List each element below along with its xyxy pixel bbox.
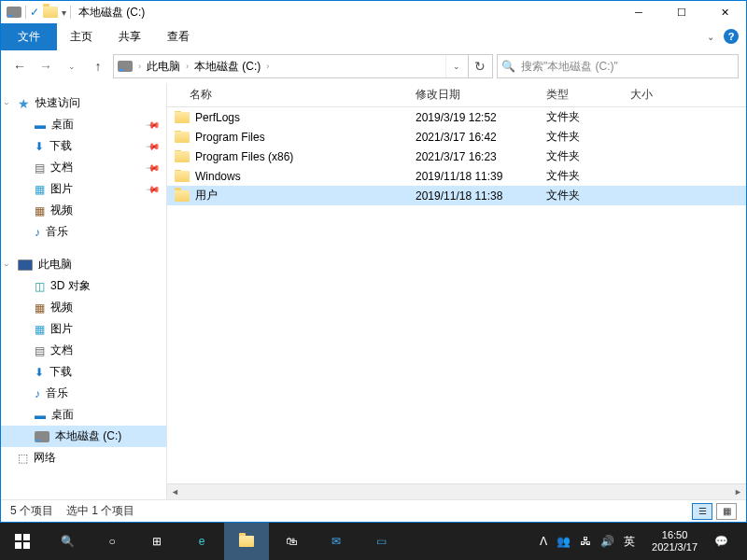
nav-this-pc-group: ›此电脑 ◫3D 对象 ▦视频 ▦图片 ▤文档 ⬇下载 ♪音乐 ▬桌面 本地磁盘… [1,254,166,469]
help-icon[interactable]: ? [724,29,739,44]
tab-file[interactable]: 文件 [1,23,57,50]
expand-ribbon-icon[interactable]: ⌄ [707,32,714,42]
file-name: Program Files (x86) [195,150,293,163]
file-list[interactable]: PerfLogs2019/3/19 12:52文件夹Program Files2… [167,107,746,483]
clock[interactable]: 16:50 2021/3/17 [644,529,705,553]
tab-share[interactable]: 共享 [106,23,154,50]
address-dropdown[interactable]: ⌄ [445,55,468,77]
clock-time: 16:50 [662,529,688,541]
nav-downloads[interactable]: ⬇下载📌 [1,135,166,157]
nav-network[interactable]: ⬚网络 [1,447,166,469]
file-row[interactable]: PerfLogs2019/3/19 12:52文件夹 [167,107,746,127]
nav-desktop2[interactable]: ▬桌面 [1,404,166,426]
scroll-right-icon[interactable]: ► [730,487,746,497]
network-icon: ⬚ [18,452,28,465]
back-button[interactable]: ← [8,55,31,77]
file-name: Windows [195,170,241,183]
ime-indicator[interactable]: 英 [624,534,635,550]
nav-quick-access[interactable]: ›★快速访问 [1,92,166,114]
qat-dropdown[interactable]: ▾ [62,7,66,18]
col-type[interactable]: 类型 [541,87,625,103]
address-bar[interactable]: › 此电脑 › 本地磁盘 (C:) › ⌄ ↻ [113,54,493,78]
search-placeholder: 搜索"本地磁盘 (C:)" [521,59,618,75]
details-view-button[interactable]: ☰ [692,503,712,520]
start-button[interactable] [0,523,45,560]
breadcrumb-pc[interactable]: 此电脑 [143,55,184,77]
mail-button[interactable]: ✉ [314,523,359,560]
chevron-right-icon[interactable]: › [184,62,190,71]
store-button[interactable]: 🛍 [269,523,314,560]
nav-3d-objects[interactable]: ◫3D 对象 [1,275,166,297]
search-input[interactable]: 🔍 搜索"本地磁盘 (C:)" [497,54,739,78]
nav-music[interactable]: ♪音乐 [1,221,166,243]
horizontal-scrollbar[interactable]: ◄ ► [167,483,746,499]
file-row[interactable]: 用户2019/11/18 11:38文件夹 [167,186,746,205]
action-center-icon[interactable]: 💬 [714,535,728,548]
chevron-down-icon[interactable]: › [2,263,11,266]
chevron-right-icon[interactable]: › [136,62,143,71]
up-button[interactable]: ↑ [87,55,109,77]
pc-icon [18,259,33,271]
search-button[interactable]: 🔍 [45,523,90,560]
task-view-button[interactable]: ⊞ [134,523,179,560]
nav-pictures2[interactable]: ▦图片 [1,318,166,340]
folder-icon [175,151,190,162]
tab-view[interactable]: 查看 [154,23,203,50]
titlebar[interactable]: ✓ ▾ 本地磁盘 (C:) ─ ☐ ✕ [1,1,746,23]
video-icon: ▦ [35,301,45,315]
nav-pictures[interactable]: ▦图片📌 [1,178,166,200]
chevron-down-icon[interactable]: › [2,102,11,105]
close-button[interactable]: ✕ [703,1,746,23]
music-icon: ♪ [35,226,40,239]
file-row[interactable]: Program Files (x86)2021/3/17 16:23文件夹 [167,147,746,166]
file-name: PerfLogs [195,111,240,124]
file-row[interactable]: Windows2019/11/18 11:39文件夹 [167,166,746,186]
svg-rect-0 [15,534,21,540]
forward-button[interactable]: → [35,55,57,77]
chevron-right-icon[interactable]: › [264,62,271,71]
download-icon: ⬇ [35,140,44,153]
document-icon: ▤ [35,161,45,175]
nav-local-disk[interactable]: 本地磁盘 (C:) [1,426,166,447]
people-icon[interactable]: 👥 [557,535,571,548]
minimize-button[interactable]: ─ [617,1,660,23]
pin-icon: 📌 [146,117,161,132]
maximize-button[interactable]: ☐ [660,1,703,23]
folder-icon [239,536,254,547]
app-button[interactable]: ▭ [359,523,403,560]
breadcrumb-drive[interactable]: 本地磁盘 (C:) [190,55,264,77]
nav-videos[interactable]: ▦视频 [1,200,166,221]
col-name[interactable]: 名称 [167,87,410,103]
edge-button[interactable]: e [179,523,224,560]
network-icon[interactable]: 🖧 [580,535,591,548]
pictures-icon: ▦ [35,323,45,336]
file-type: 文件夹 [541,129,625,145]
nav-documents2[interactable]: ▤文档 [1,340,166,361]
nav-documents[interactable]: ▤文档📌 [1,157,166,178]
explorer-button[interactable] [224,523,269,560]
volume-icon[interactable]: 🔊 [600,535,614,548]
nav-this-pc[interactable]: ›此电脑 [1,254,166,275]
navigation-pane[interactable]: ›★快速访问 ▬桌面📌 ⬇下载📌 ▤文档📌 ▦图片📌 ▦视频 ♪音乐 ›此电脑 … [1,83,167,499]
file-row[interactable]: Program Files2021/3/17 16:42文件夹 [167,127,746,147]
check-icon[interactable]: ✓ [30,6,39,19]
col-size[interactable]: 大小 [625,87,746,103]
nav-videos2[interactable]: ▦视频 [1,297,166,318]
svg-rect-2 [15,542,21,549]
tab-home[interactable]: 主页 [57,23,106,50]
tray-expand-icon[interactable]: ᐱ [540,535,547,548]
cortana-button[interactable]: ○ [90,523,134,560]
refresh-button[interactable]: ↻ [468,55,492,77]
recent-dropdown[interactable]: ⌄ [61,55,83,77]
system-tray: ᐱ 👥 🖧 🔊 英 16:50 2021/3/17 💬 [540,529,747,553]
scroll-left-icon[interactable]: ◄ [167,487,183,497]
nav-music2[interactable]: ♪音乐 [1,383,166,404]
pictures-icon: ▦ [35,183,45,196]
folder-icon [175,190,190,202]
taskbar[interactable]: 🔍 ○ ⊞ e 🛍 ✉ ▭ ᐱ 👥 🖧 🔊 英 16:50 2021/3/17 … [0,523,747,560]
nav-downloads2[interactable]: ⬇下载 [1,361,166,383]
file-pane: 名称 修改日期 类型 大小 PerfLogs2019/3/19 12:52文件夹… [167,83,746,499]
col-date[interactable]: 修改日期 [410,87,541,103]
icons-view-button[interactable]: ▦ [716,503,737,520]
nav-desktop[interactable]: ▬桌面📌 [1,114,166,135]
